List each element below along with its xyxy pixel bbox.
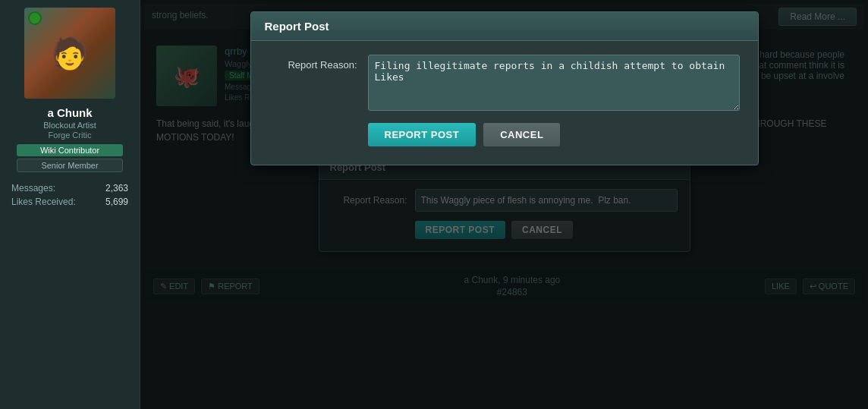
report-modal-large: Report Post Report Reason: REPORT POST C… <box>250 11 759 165</box>
modal-body: Report Reason: REPORT POST CANCEL <box>251 41 758 165</box>
report-post-button[interactable]: REPORT POST <box>368 123 476 146</box>
user-subtitle: Forge Critic <box>49 131 92 140</box>
reason-label: Report Reason: <box>269 55 368 71</box>
username: a Chunk <box>47 106 92 119</box>
wiki-badge: Wiki Contributor <box>17 144 123 156</box>
modal-header: Report Post <box>251 12 758 41</box>
online-badge <box>28 11 42 25</box>
main-content: strong beliefs. Read More ... 🐙 qrrby Wa… <box>140 0 868 409</box>
messages-value: 2,363 <box>105 183 128 193</box>
form-actions: REPORT POST CANCEL <box>269 123 740 146</box>
modal-overlay: Report Post Report Reason: REPORT POST C… <box>140 0 868 409</box>
likes-label: Likes Received: <box>11 197 76 207</box>
user-title: Blockout Artist <box>43 121 96 130</box>
likes-value: 5,699 <box>105 197 128 207</box>
user-stats: Messages: 2,363 Likes Received: 5,699 <box>0 183 140 210</box>
modal-title: Report Post <box>265 20 744 33</box>
likes-stat: Likes Received: 5,699 <box>11 197 128 207</box>
form-row: Report Reason: <box>269 55 740 111</box>
messages-stat: Messages: 2,363 <box>11 183 128 193</box>
senior-badge: Senior Member <box>17 159 123 172</box>
messages-label: Messages: <box>11 183 55 193</box>
reason-textarea[interactable] <box>368 55 740 111</box>
sidebar: 🧑 a Chunk Blockout Artist Forge Critic W… <box>0 0 140 409</box>
cancel-button[interactable]: CANCEL <box>483 123 560 146</box>
user-avatar-wrapper: 🧑 <box>24 8 115 99</box>
